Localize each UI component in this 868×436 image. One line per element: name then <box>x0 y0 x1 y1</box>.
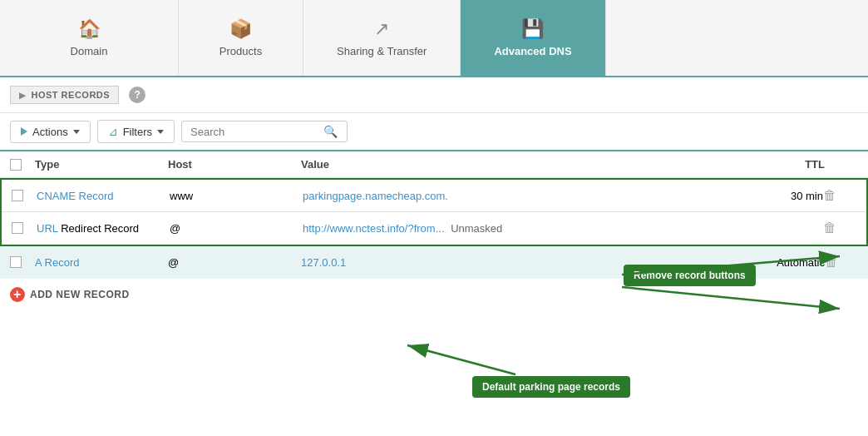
domain-icon: 🏠 <box>78 18 101 40</box>
tab-domain[interactable]: 🏠 Domain <box>0 0 179 76</box>
row2-delete-button[interactable]: 🗑 <box>823 220 836 235</box>
col-header-value: Value <box>301 158 717 171</box>
row1-delete-button[interactable]: 🗑 <box>823 188 836 202</box>
row3-value: 127.0.0.1 <box>301 256 346 269</box>
row1-ttl: 30 min <box>715 190 823 202</box>
default-parking-annotation: Default parking page records <box>472 376 630 398</box>
row1-host: www <box>170 190 303 202</box>
search-box[interactable]: 🔍 <box>181 121 348 142</box>
tab-sharing-label: Sharing & Transfer <box>337 45 427 57</box>
add-record-label: ADD NEW RECORD <box>30 289 130 300</box>
table-row: CNAME Record www parkingpage.namecheap.c… <box>2 180 866 212</box>
row3-checkbox[interactable] <box>10 256 22 268</box>
dns-icon: 💾 <box>521 18 544 40</box>
col-header-type: Type <box>35 158 168 171</box>
records-table: Type Host Value TTL CNAME Record www par… <box>0 151 868 279</box>
filters-button[interactable]: ⊿ Filters <box>97 120 175 143</box>
row3-type[interactable]: A Record <box>35 256 79 269</box>
filters-label: Filters <box>123 126 152 138</box>
row2-checkbox[interactable] <box>12 222 23 234</box>
row3-host: @ <box>168 256 301 269</box>
row2-type: Redirect Record <box>61 222 139 235</box>
filters-dropdown-arrow <box>157 130 164 134</box>
tab-products-label: Products <box>219 45 262 57</box>
toolbar: Actions ⊿ Filters 🔍 <box>0 113 868 151</box>
search-icon: 🔍 <box>323 125 338 138</box>
filter-icon: ⊿ <box>108 125 118 138</box>
host-records-title: HOST RECORDS <box>32 90 111 100</box>
table-row: URL Redirect Record @ http://www.nctest.… <box>2 212 866 245</box>
play-icon <box>21 127 27 136</box>
select-all-checkbox[interactable] <box>10 159 22 171</box>
row2-type-prefix[interactable]: URL <box>37 222 58 235</box>
row3-delete-button[interactable]: 🗑 <box>825 255 838 269</box>
row2-masked: Unmasked <box>451 222 502 235</box>
help-icon[interactable]: ? <box>129 87 145 103</box>
add-icon: + <box>10 287 25 302</box>
tab-products[interactable]: 📦 Products <box>179 0 303 76</box>
actions-dropdown-arrow <box>73 130 80 134</box>
tab-advanced-dns-label: Advanced DNS <box>494 45 571 57</box>
chevron-icon: ▶ <box>19 91 27 100</box>
tab-sharing[interactable]: ↗ Sharing & Transfer <box>303 0 461 76</box>
search-input[interactable] <box>190 126 323 138</box>
svg-line-4 <box>407 345 515 374</box>
col-header-host: Host <box>168 158 301 171</box>
add-new-record-button[interactable]: + ADD NEW RECORD <box>10 287 130 302</box>
row1-type[interactable]: CNAME Record <box>37 190 113 202</box>
tab-domain-label: Domain <box>71 45 108 57</box>
row1-value: parkingpage.namecheap.com. <box>303 190 448 202</box>
tab-advanced-dns[interactable]: 💾 Advanced DNS <box>461 0 605 76</box>
sharing-icon: ↗ <box>374 18 389 40</box>
section-header: ▶ HOST RECORDS ? <box>0 77 868 113</box>
actions-label: Actions <box>32 126 68 138</box>
row2-value: http://www.nctest.info/?from... <box>303 222 445 235</box>
actions-button[interactable]: Actions <box>10 121 91 143</box>
col-header-ttl: TTL <box>717 158 825 171</box>
products-icon: 📦 <box>229 18 252 40</box>
host-records-badge: ▶ HOST RECORDS <box>10 86 119 104</box>
remove-record-annotation: Remove record buttons <box>624 265 756 286</box>
row2-host: @ <box>170 222 303 235</box>
table-header: Type Host Value TTL <box>0 151 868 178</box>
row1-checkbox[interactable] <box>12 190 23 201</box>
